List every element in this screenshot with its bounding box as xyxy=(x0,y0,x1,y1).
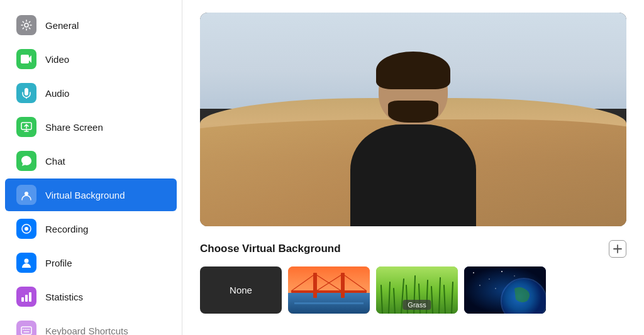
keyboard-shortcuts-icon xyxy=(16,321,36,335)
svg-point-43 xyxy=(501,271,502,272)
svg-point-42 xyxy=(489,278,490,280)
svg-point-6 xyxy=(25,259,29,263)
bg-option-bridge[interactable] xyxy=(288,266,370,314)
sidebar-item-general[interactable]: General xyxy=(5,9,177,41)
svg-rect-22 xyxy=(291,290,367,293)
bg-none-label: None xyxy=(230,285,252,295)
section-header: Choose Virtual Background xyxy=(200,240,626,258)
bg-option-space[interactable] xyxy=(464,266,546,314)
sidebar-item-recording[interactable]: Recording xyxy=(5,212,177,245)
sidebar-item-audio[interactable]: Audio xyxy=(5,77,177,109)
svg-point-45 xyxy=(479,285,480,286)
sidebar-item-general-label: General xyxy=(45,20,79,31)
sidebar-item-video[interactable]: Video xyxy=(5,43,177,75)
statistics-icon xyxy=(16,287,36,307)
svg-point-41 xyxy=(473,272,474,273)
share-screen-icon xyxy=(16,117,36,137)
svg-rect-8 xyxy=(25,295,28,302)
audio-icon xyxy=(16,83,36,103)
svg-rect-19 xyxy=(288,293,370,314)
video-preview xyxy=(200,13,626,226)
sidebar-item-statistics[interactable]: Statistics xyxy=(5,280,177,313)
svg-rect-20 xyxy=(313,273,317,298)
svg-point-46 xyxy=(495,288,496,288)
svg-rect-21 xyxy=(341,273,345,298)
person-head xyxy=(379,57,448,126)
sidebar-item-statistics-label: Statistics xyxy=(45,292,83,302)
sidebar-item-keyboard-shortcuts-label: Keyboard Shortcuts xyxy=(45,326,128,336)
recording-icon xyxy=(16,219,36,239)
svg-point-5 xyxy=(25,227,28,231)
sidebar-item-profile[interactable]: Profile xyxy=(5,246,177,279)
background-options: None xyxy=(200,266,626,314)
sidebar-item-audio-label: Audio xyxy=(45,88,69,99)
person-hair xyxy=(376,52,450,89)
svg-point-3 xyxy=(25,192,28,195)
general-icon xyxy=(16,15,36,35)
sidebar-item-recording-label: Recording xyxy=(45,224,88,234)
preview-background xyxy=(200,13,626,226)
sidebar-item-share-screen-label: Share Screen xyxy=(45,122,103,133)
sidebar-item-share-screen[interactable]: Share Screen xyxy=(5,111,177,143)
sidebar-item-profile-label: Profile xyxy=(45,258,72,268)
grass-label: Grass xyxy=(402,300,431,310)
svg-rect-7 xyxy=(21,297,24,302)
svg-point-0 xyxy=(25,23,28,27)
video-icon xyxy=(16,49,36,69)
profile-icon xyxy=(16,253,36,273)
svg-rect-10 xyxy=(21,327,31,334)
sidebar-item-video-label: Video xyxy=(45,54,69,65)
sidebar-item-chat-label: Chat xyxy=(45,156,65,167)
sidebar-item-keyboard-shortcuts[interactable]: Keyboard Shortcuts xyxy=(5,314,177,335)
svg-rect-9 xyxy=(29,292,31,302)
svg-point-44 xyxy=(514,275,514,276)
sidebar-item-chat[interactable]: Chat xyxy=(5,145,177,177)
main-content: Choose Virtual Background None xyxy=(182,0,644,335)
bg-option-grass[interactable]: Grass xyxy=(376,266,458,314)
chat-icon xyxy=(16,151,36,171)
section-title: Choose Virtual Background xyxy=(200,243,341,255)
person-figure xyxy=(331,50,495,226)
sidebar-item-virtual-background-label: Virtual Background xyxy=(45,190,125,200)
person-beard xyxy=(388,101,438,123)
sidebar-item-virtual-background[interactable]: Virtual Background xyxy=(5,178,177,211)
person-body xyxy=(350,124,476,226)
sidebar: General Video Audio Sha xyxy=(0,0,182,335)
bg-option-none[interactable]: None xyxy=(200,266,282,314)
virtual-background-icon xyxy=(16,185,36,205)
add-background-button[interactable] xyxy=(609,240,626,258)
